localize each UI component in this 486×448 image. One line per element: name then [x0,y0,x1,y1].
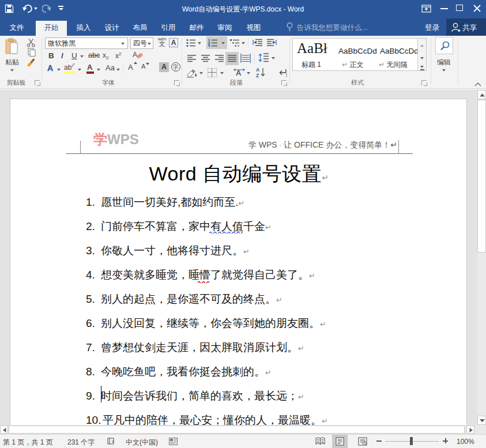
svg-text:x: x [112,439,114,444]
svg-text:A: A [256,67,259,73]
svg-text:Z: Z [256,73,259,78]
svg-text:A: A [133,51,137,59]
